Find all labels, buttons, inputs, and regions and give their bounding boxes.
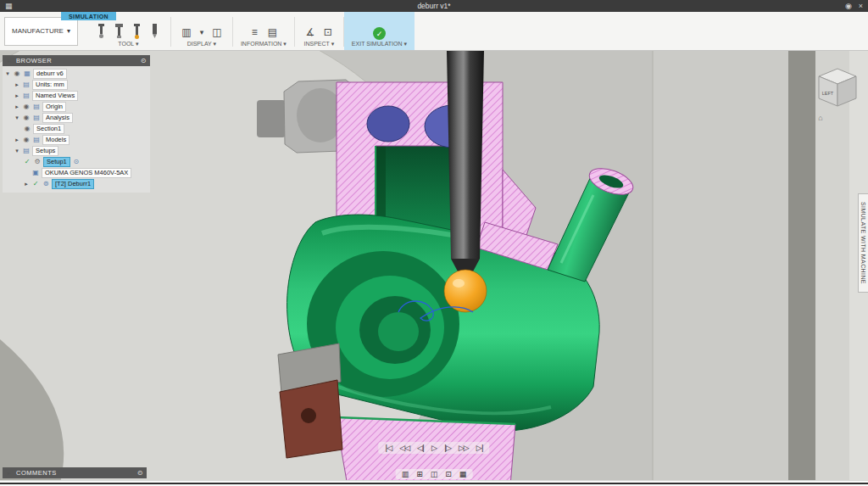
browser-item-label[interactable]: deburr v6 (33, 69, 67, 79)
comments-bar[interactable]: ▸ COMMENTS ⊙ (3, 467, 147, 478)
grid-settings-icon[interactable]: ⊞ (416, 470, 423, 478)
browser-item-label[interactable]: [T2] Deburr1 (52, 179, 94, 189)
visibility-eye-icon[interactable]: ◉ (23, 125, 31, 132)
main-toolbar: MANUFACTURE ▾ SIMULATION TOOL ▾ (0, 12, 868, 51)
stock-display-icon[interactable]: ▥ (179, 24, 194, 40)
app-grid-icon[interactable]: ▦ (5, 3, 13, 10)
close-icon[interactable]: × (859, 3, 863, 10)
browser-item-setup1[interactable]: ✓ ⚙ Setup1 ⊙ (4, 156, 148, 167)
play-button[interactable]: ▷ (429, 443, 439, 453)
step-back-button[interactable]: ◁| (415, 443, 426, 453)
exit-simulation-label: EXIT SIMULATION ▾ (352, 41, 407, 47)
tool-holder-icon[interactable] (112, 24, 127, 40)
browser-panel: ▸ BROWSER ⊙ ▾ ◉ ▦ deburr v6 ▸ ▤ Units: m… (3, 55, 150, 193)
browser-item-units[interactable]: ▸ ▤ Units: mm (4, 79, 148, 90)
viewcube[interactable]: LEFT ⌂ (812, 63, 860, 122)
browser-item-named-views[interactable]: ▸ ▤ Named Views (4, 90, 148, 101)
viewport-layout-icon[interactable]: ◫ (431, 470, 438, 478)
go-to-start-button[interactable]: |◁ (382, 443, 394, 453)
visibility-eye-icon[interactable]: ◉ (22, 103, 31, 110)
panel-options-icon[interactable]: ⊙ (141, 57, 147, 64)
browser-item-machine[interactable]: ▣ OKUMA GENOS M460V-5AX (4, 167, 148, 178)
simulation-timeline[interactable] (0, 480, 868, 486)
setup-gear-icon: ⚙ (33, 158, 42, 165)
visibility-eye-icon[interactable]: ◉ (13, 70, 21, 77)
expander-icon[interactable]: ▸ (14, 103, 20, 110)
browser-item-origin[interactable]: ▸ ◉ ▤ Origin (4, 101, 148, 112)
comments-options-icon[interactable]: ⊙ (137, 469, 143, 477)
browser-item-label[interactable]: Section1 (33, 124, 64, 134)
previous-operation-button[interactable]: ◁◁ (397, 443, 412, 453)
browser-item-label[interactable]: Origin (42, 102, 66, 112)
operation-info-icon[interactable]: ▤ (264, 24, 280, 40)
units-icon: ▤ (22, 81, 31, 88)
section-analysis-icon[interactable]: ⊡ (320, 24, 336, 40)
browser-item-label[interactable]: Named Views (32, 91, 78, 101)
folder-icon: ▤ (32, 103, 41, 110)
browser-item-deburr1[interactable]: ▸ ✓ ⊚ [T2] Deburr1 (4, 178, 148, 189)
expander-icon[interactable]: ▸ (14, 92, 20, 99)
user-avatar-icon[interactable]: ◉ (845, 3, 852, 10)
go-to-end-button[interactable]: ▷| (474, 443, 486, 453)
next-operation-button[interactable]: ▷▷ (456, 443, 471, 453)
expander-icon[interactable]: ▸ (23, 181, 30, 187)
expander-icon[interactable]: ▸ (14, 81, 20, 88)
step-forward-button[interactable]: |▷ (442, 443, 453, 453)
expander-icon[interactable]: ▾ (14, 148, 20, 154)
statistics-icon[interactable]: ≡ (247, 24, 262, 40)
toolbar-group-inspect-label[interactable]: INSPECT ▾ (304, 41, 335, 47)
check-icon: ✓ (23, 158, 31, 165)
chevron-down-icon[interactable]: ▾ (197, 24, 207, 40)
look-at-icon[interactable]: ⊡ (445, 470, 452, 478)
folder-icon: ▤ (22, 92, 31, 99)
home-view-icon[interactable]: ⌂ (812, 114, 829, 122)
browser-item-models[interactable]: ▸ ◉ ▤ Models (4, 134, 148, 145)
setup-options-icon[interactable]: ⊙ (72, 158, 81, 165)
workspace-label: MANUFACTURE (12, 27, 64, 35)
check-icon: ✓ (31, 180, 40, 187)
measure-icon[interactable]: ∡ (303, 24, 318, 40)
tool-tip-icon[interactable] (147, 24, 163, 40)
document-title: deburr v1* (417, 2, 450, 10)
operation-icon: ⊚ (42, 180, 50, 187)
expander-icon[interactable]: ▸ (14, 137, 20, 143)
visibility-eye-icon[interactable]: ◉ (22, 136, 31, 143)
exit-simulation-button[interactable]: ✓ EXIT SIMULATION ▾ (344, 12, 415, 50)
display-settings-icon[interactable]: ▥ (402, 470, 409, 478)
expander-icon[interactable]: ▾ (4, 70, 11, 77)
browser-item-label[interactable]: Setups (32, 146, 58, 156)
toolbar-group-tool-label[interactable]: TOOL ▾ (118, 41, 138, 47)
browser-item-label[interactable]: Models (42, 135, 70, 145)
browser-item-analysis[interactable]: ▾ ◉ ▤ Analysis (4, 112, 148, 123)
green-check-icon: ✓ (373, 27, 386, 40)
layout-grid-icon[interactable]: ▦ (459, 470, 467, 478)
browser-item-label[interactable]: Setup1 (43, 157, 70, 167)
3d-viewport[interactable]: ▸ BROWSER ⊙ ▾ ◉ ▦ deburr v6 ▸ ▤ Units: m… (0, 51, 868, 486)
chevron-down-icon: ▾ (67, 27, 70, 35)
simulate-with-machine-tab[interactable]: SIMULATE WITH MACHINE (858, 193, 868, 293)
folder-icon: ▤ (32, 136, 41, 143)
expander-icon[interactable]: ▾ (14, 115, 20, 121)
tab-simulation[interactable]: SIMULATION (61, 12, 116, 20)
tool-shaft-icon[interactable] (130, 24, 145, 40)
browser-item-label[interactable]: OKUMA GENOS M460V-5AX (42, 168, 131, 178)
title-bar: ▦ deburr v1* ◉ × (0, 0, 868, 12)
browser-item-section1[interactable]: ◉ Section1 (4, 123, 148, 134)
model-display-icon[interactable]: ◫ (209, 24, 225, 40)
browser-item-root[interactable]: ▾ ◉ ▦ deburr v6 (4, 68, 148, 79)
toolbar-group-display-label[interactable]: DISPLAY ▾ (187, 41, 216, 47)
browser-item-label[interactable]: Analysis (42, 113, 73, 123)
collapse-panel-icon[interactable]: ▸ (6, 58, 13, 64)
browser-item-setups[interactable]: ▾ ▤ Setups (4, 145, 148, 156)
toolbar-group-display: ▥ ▾ ◫ DISPLAY ▾ (171, 12, 232, 50)
visibility-eye-icon[interactable]: ◉ (22, 114, 31, 121)
workspace-dropdown[interactable]: MANUFACTURE ▾ (4, 17, 78, 46)
timeline-scrubber[interactable] (0, 483, 868, 484)
viewcube-face-label: LEFT (822, 91, 834, 96)
tool-display-icon[interactable] (94, 24, 109, 40)
expand-comments-icon[interactable]: ▸ (6, 470, 13, 477)
browser-header[interactable]: ▸ BROWSER ⊙ (3, 55, 150, 66)
browser-item-label[interactable]: Units: mm (32, 80, 68, 90)
folder-icon: ▤ (22, 147, 31, 154)
toolbar-group-information-label[interactable]: INFORMATION ▾ (241, 41, 287, 47)
